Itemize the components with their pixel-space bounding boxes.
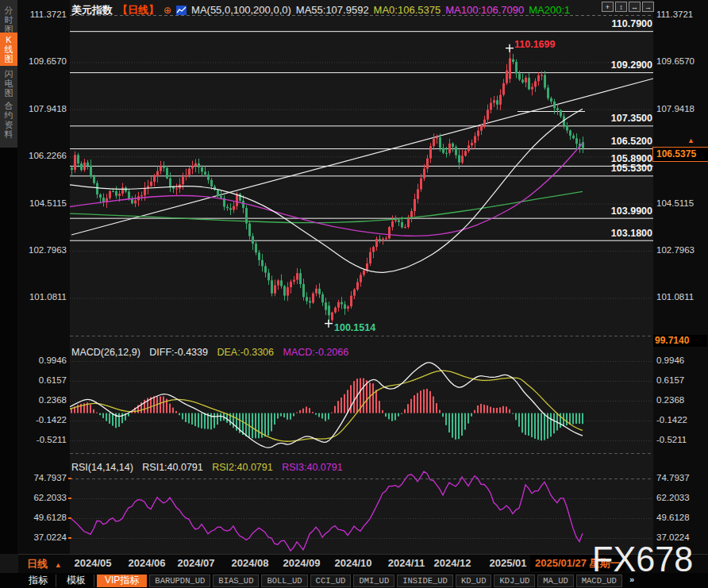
date-axis-label: 2024/06 <box>121 557 172 569</box>
fx678-watermark: FX678 <box>592 541 693 577</box>
shift-right-icon[interactable]: → <box>642 2 654 12</box>
mini-chart-icon <box>176 6 187 15</box>
price-axis-label: 106.2266 <box>19 151 67 160</box>
date-axis-label: 2024/07 <box>171 557 221 569</box>
chart-tool-buttons: +↕↔→ <box>602 2 654 12</box>
candlesticks <box>71 48 584 324</box>
tab-[interactable]: 指标 <box>21 575 56 587</box>
level-line-label: 105.5300 <box>586 163 652 174</box>
period-label: 日线 <box>27 558 48 570</box>
axis-zoom-horizontal-icon[interactable]: ↔ <box>629 2 641 12</box>
period-selector[interactable]: 日线 ▲ <box>27 557 62 571</box>
sidebar-item-1[interactable]: 分 时 图 <box>0 3 17 37</box>
date-axis-label: 2024/11 <box>381 557 432 569</box>
rsi-axis-label: 62.2033 <box>19 493 67 502</box>
tab-bias_ud[interactable]: BIAS_UD <box>213 575 259 587</box>
price-axis-label: 104.5115 <box>656 198 706 208</box>
ma0-value: MA0:106.5375 <box>374 4 441 16</box>
price-axis-label: 101.0811 <box>19 292 67 302</box>
macd-axis-label: -0.1422 <box>656 415 706 425</box>
indicator-tab-bar: 指标模板VIP指标BARUPDN_UDBIAS_UDBOLL_UDCCI_UDD… <box>0 573 708 588</box>
date-axis-label: 2024/12 <box>427 557 478 569</box>
price-up-arrow-icon: ▲ <box>687 136 695 144</box>
chart-type-sidebar: 分 时 图K 线 图闪 电 图合 约 资 料 <box>0 0 17 554</box>
date-axis-label: 2025/01 <box>483 557 533 569</box>
price-axis-label: 109.6570 <box>656 56 706 66</box>
lowest-price-annotation: 100.1514 <box>334 322 375 333</box>
price-axis-label: 111.3721 <box>19 10 67 19</box>
axis-zoom-vertical-icon[interactable]: ↕ <box>615 2 627 12</box>
date-axis-label: 2024/10 <box>328 557 379 569</box>
rsi-axis-label: 49.6128 <box>656 513 706 522</box>
rsi-header: RSI(14,14,14) RSI1:40.0791 RSI2:40.0791 … <box>71 462 349 473</box>
period-arrow-icon: ▲ <box>55 561 62 569</box>
rsi1-value: RSI1:40.0791 <box>142 462 202 473</box>
level-line-label: 110.7900 <box>586 18 652 29</box>
range-low-badge: 99.7140 <box>653 335 707 347</box>
macd-axis-label: -0.5211 <box>656 435 706 444</box>
sidebar-item-2[interactable]: K 线 图 <box>0 33 17 66</box>
tab-[interactable]: » <box>625 575 639 587</box>
macd-axis-label: 0.6157 <box>19 375 67 385</box>
ma200-value: MA200:1 <box>529 4 570 16</box>
add-indicator-icon[interactable]: ⊕ <box>164 5 171 16</box>
rsi3-value: RSI3:40.0791 <box>282 462 342 473</box>
level-line-label: 107.3500 <box>586 113 652 124</box>
tab-vip[interactable]: VIP指标 <box>97 575 147 587</box>
price-axis-label: 101.0811 <box>656 292 706 302</box>
date-axis-label: 2024/09 <box>276 557 327 569</box>
price-axis-label: 102.7963 <box>19 245 67 255</box>
price-axis-label: 102.7963 <box>656 245 706 255</box>
ma100-value: MA100:106.7090 <box>445 4 524 16</box>
level-line-label: 106.5200 <box>586 136 652 147</box>
price-axis-label: 107.9418 <box>656 104 706 113</box>
chart-canvas[interactable] <box>0 0 708 588</box>
sidebar-item-3[interactable]: 闪 电 图 <box>0 67 17 100</box>
ma-lines <box>70 109 583 272</box>
level-line-label: 109.2900 <box>586 60 652 71</box>
chart-title-row: 美元指数【日线】⊕MA(55,0,100,200,0,0)MA55:107.95… <box>71 3 575 17</box>
sidebar-item-4[interactable]: 合 约 资 料 <box>0 98 17 141</box>
ma-settings-label: MA(55,0,100,200,0,0) <box>191 4 291 16</box>
price-axis-label: 109.6570 <box>19 56 67 66</box>
tab-[interactable]: 模板 <box>59 575 94 587</box>
macd-axis-label: 0.6157 <box>656 375 706 385</box>
rsi2-value: RSI2:40.0791 <box>212 462 272 473</box>
price-axis-label: 104.5115 <box>19 198 67 208</box>
date-axis-label: 2024/08 <box>225 557 275 569</box>
rsi-name: RSI(14,14,14) <box>71 462 133 473</box>
level-line-label: 103.9900 <box>586 206 652 217</box>
macd-axis-label: 0.2368 <box>656 395 706 405</box>
macd-axis-label: 0.2368 <box>19 395 67 405</box>
macd-name: MACD(26,12,9) <box>71 347 140 358</box>
instrument-name: 美元指数 <box>71 4 113 16</box>
tab-barupdn_ud[interactable]: BARUPDN_UD <box>149 575 210 587</box>
tab-dmi_ud[interactable]: DMI_UD <box>353 575 394 587</box>
macd-axis-label: -0.1422 <box>19 415 67 425</box>
macd-axis-label: 0.9946 <box>19 355 67 365</box>
macd-axis-label: 0.9946 <box>656 355 706 365</box>
macd-diff-value: DIFF:-0.4339 <box>149 347 208 358</box>
tab-ma_ud[interactable]: MA_UD <box>537 575 574 587</box>
macd-panel <box>70 363 583 448</box>
trading-app-window: 分 时 图K 线 图闪 电 图合 约 资 料 美元指数【日线】⊕MA(55,0,… <box>0 0 708 588</box>
tab-kdj_ud[interactable]: KDJ_UD <box>494 575 535 587</box>
tab-boll_ud[interactable]: BOLL_UD <box>261 575 307 587</box>
tab-inside_ud[interactable]: INSIDE_UD <box>397 575 453 587</box>
level-line-label: 103.1800 <box>586 228 652 239</box>
period-tag[interactable]: 【日线】 <box>117 4 159 16</box>
ma55-value: MA55:107.9592 <box>296 4 369 16</box>
tab-kd_ud[interactable]: KD_UD <box>456 575 492 587</box>
macd-dea-value: DEA:-0.3306 <box>217 347 274 358</box>
macd-macd-value: MACD:-0.2066 <box>283 347 349 358</box>
tab-macd_ud[interactable]: MACD_UD <box>576 575 622 587</box>
rsi-axis-label: 37.0224 <box>19 532 67 542</box>
tab-cci_ud[interactable]: CCI_UD <box>310 575 352 587</box>
last-price-badge: 106.5375 <box>652 147 708 162</box>
rsi-axis-label: 74.7937 <box>656 473 706 482</box>
price-axis-label: 111.3721 <box>656 10 706 19</box>
rsi-axis-label: 49.6128 <box>19 513 67 522</box>
crosshair-tool-icon[interactable]: + <box>602 2 614 12</box>
highest-price-annotation: 110.1699 <box>514 39 555 50</box>
rsi-panel <box>71 471 583 551</box>
